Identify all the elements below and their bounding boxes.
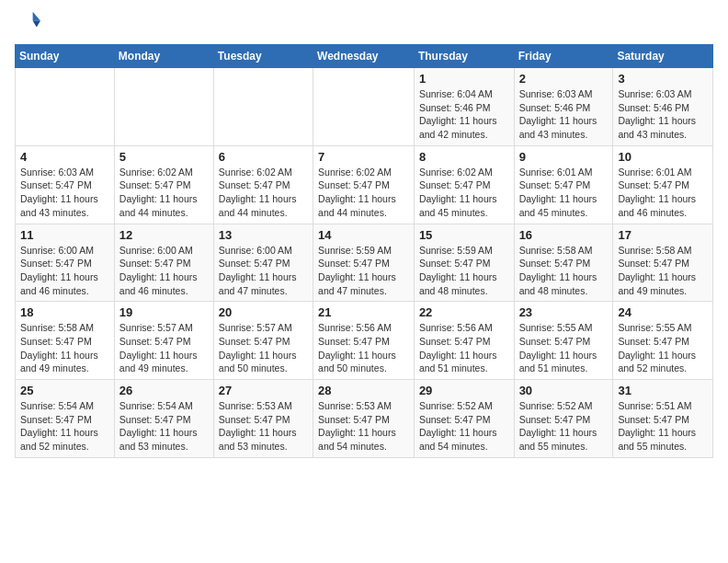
weekday-saturday: Saturday [613,45,713,68]
day-number: 9 [519,150,609,164]
day-info: Sunrise: 5:51 AMSunset: 5:47 PMDaylight:… [618,399,708,454]
calendar-cell: 6Sunrise: 6:02 AMSunset: 5:47 PMDaylight… [213,145,313,224]
calendar-cell: 25Sunrise: 5:54 AMSunset: 5:47 PMDayligh… [16,380,115,458]
day-number: 31 [618,384,708,397]
day-number: 19 [119,305,209,319]
day-number: 29 [419,384,509,397]
calendar-cell [114,68,213,146]
day-info: Sunrise: 6:00 AMSunset: 5:47 PMDaylight:… [219,244,308,298]
day-info: Sunrise: 6:02 AMSunset: 5:47 PMDaylight:… [419,166,509,220]
calendar-cell: 26Sunrise: 5:54 AMSunset: 5:47 PMDayligh… [114,380,213,458]
day-number: 20 [219,305,308,319]
header [15,9,713,35]
calendar-cell: 29Sunrise: 5:52 AMSunset: 5:47 PMDayligh… [414,380,514,458]
calendar-cell: 1Sunrise: 6:04 AMSunset: 5:46 PMDaylight… [414,68,514,146]
day-info: Sunrise: 5:53 AMSunset: 5:47 PMDaylight:… [219,399,308,454]
day-number: 2 [519,72,609,86]
calendar-cell: 28Sunrise: 5:53 AMSunset: 5:47 PMDayligh… [313,380,415,458]
week-row: 1Sunrise: 6:04 AMSunset: 5:46 PMDaylight… [16,68,713,146]
day-info: Sunrise: 5:58 AMSunset: 5:47 PMDaylight:… [618,244,708,298]
logo-icon [15,9,40,35]
week-row: 11Sunrise: 6:00 AMSunset: 5:47 PMDayligh… [16,224,713,302]
day-info: Sunrise: 6:03 AMSunset: 5:47 PMDaylight:… [20,166,109,220]
weekday-header-row: SundayMondayTuesdayWednesdayThursdayFrid… [16,45,713,68]
calendar-body: 1Sunrise: 6:04 AMSunset: 5:46 PMDaylight… [16,68,713,458]
day-number: 21 [318,305,409,319]
day-info: Sunrise: 5:58 AMSunset: 5:47 PMDaylight:… [20,321,109,375]
weekday-monday: Monday [114,45,213,68]
day-info: Sunrise: 6:03 AMSunset: 5:46 PMDaylight:… [519,87,609,142]
day-info: Sunrise: 6:01 AMSunset: 5:47 PMDaylight:… [618,166,708,220]
day-info: Sunrise: 5:56 AMSunset: 5:47 PMDaylight:… [318,321,409,375]
day-info: Sunrise: 5:56 AMSunset: 5:47 PMDaylight:… [419,321,509,375]
calendar-cell: 30Sunrise: 5:52 AMSunset: 5:47 PMDayligh… [514,380,613,458]
day-info: Sunrise: 5:53 AMSunset: 5:47 PMDaylight:… [318,399,409,454]
calendar-cell [213,68,313,146]
day-info: Sunrise: 5:52 AMSunset: 5:47 PMDaylight:… [519,399,609,454]
week-row: 4Sunrise: 6:03 AMSunset: 5:47 PMDaylight… [16,145,713,224]
day-number: 6 [219,150,308,164]
calendar-cell: 20Sunrise: 5:57 AMSunset: 5:47 PMDayligh… [213,302,313,380]
calendar-cell: 8Sunrise: 6:02 AMSunset: 5:47 PMDaylight… [414,145,514,224]
day-number: 18 [20,305,109,319]
weekday-sunday: Sunday [16,45,115,68]
day-number: 3 [618,72,708,86]
day-info: Sunrise: 5:57 AMSunset: 5:47 PMDaylight:… [219,321,308,375]
page: SundayMondayTuesdayWednesdayThursdayFrid… [0,0,728,563]
day-number: 27 [219,384,308,397]
day-info: Sunrise: 6:03 AMSunset: 5:46 PMDaylight:… [618,87,708,142]
calendar-cell [16,68,115,146]
day-number: 13 [219,228,308,242]
day-number: 5 [119,150,209,164]
day-number: 1 [419,72,509,86]
calendar-cell: 23Sunrise: 5:55 AMSunset: 5:47 PMDayligh… [514,302,613,380]
day-info: Sunrise: 6:00 AMSunset: 5:47 PMDaylight:… [20,244,109,298]
day-number: 22 [419,305,509,319]
weekday-wednesday: Wednesday [313,45,415,68]
calendar-cell: 31Sunrise: 5:51 AMSunset: 5:47 PMDayligh… [613,380,713,458]
day-number: 10 [618,150,708,164]
weekday-friday: Friday [514,45,613,68]
calendar-cell: 13Sunrise: 6:00 AMSunset: 5:47 PMDayligh… [213,224,313,302]
calendar-cell: 22Sunrise: 5:56 AMSunset: 5:47 PMDayligh… [414,302,514,380]
calendar-header: SundayMondayTuesdayWednesdayThursdayFrid… [16,45,713,68]
calendar-cell: 15Sunrise: 5:59 AMSunset: 5:47 PMDayligh… [414,224,514,302]
calendar-cell: 3Sunrise: 6:03 AMSunset: 5:46 PMDaylight… [613,68,713,146]
calendar-cell: 16Sunrise: 5:58 AMSunset: 5:47 PMDayligh… [514,224,613,302]
calendar-cell: 18Sunrise: 5:58 AMSunset: 5:47 PMDayligh… [16,302,115,380]
svg-marker-0 [33,12,40,21]
day-info: Sunrise: 6:00 AMSunset: 5:47 PMDaylight:… [119,244,209,298]
calendar-table: SundayMondayTuesdayWednesdayThursdayFrid… [15,44,713,458]
day-info: Sunrise: 5:52 AMSunset: 5:47 PMDaylight:… [419,399,509,454]
day-info: Sunrise: 5:59 AMSunset: 5:47 PMDaylight:… [318,244,409,298]
calendar-cell: 2Sunrise: 6:03 AMSunset: 5:46 PMDaylight… [514,68,613,146]
day-number: 15 [419,228,509,242]
day-info: Sunrise: 5:58 AMSunset: 5:47 PMDaylight:… [519,244,609,298]
day-info: Sunrise: 5:55 AMSunset: 5:47 PMDaylight:… [618,321,708,375]
calendar-cell: 19Sunrise: 5:57 AMSunset: 5:47 PMDayligh… [114,302,213,380]
calendar-cell: 14Sunrise: 5:59 AMSunset: 5:47 PMDayligh… [313,224,415,302]
calendar-cell: 4Sunrise: 6:03 AMSunset: 5:47 PMDaylight… [16,145,115,224]
calendar-cell: 27Sunrise: 5:53 AMSunset: 5:47 PMDayligh… [213,380,313,458]
day-number: 7 [318,150,409,164]
calendar-cell [313,68,415,146]
day-number: 30 [519,384,609,397]
day-number: 14 [318,228,409,242]
day-number: 23 [519,305,609,319]
week-row: 25Sunrise: 5:54 AMSunset: 5:47 PMDayligh… [16,380,713,458]
day-info: Sunrise: 5:57 AMSunset: 5:47 PMDaylight:… [119,321,209,375]
day-number: 26 [119,384,209,397]
calendar-cell: 10Sunrise: 6:01 AMSunset: 5:47 PMDayligh… [613,145,713,224]
day-number: 17 [618,228,708,242]
weekday-tuesday: Tuesday [213,45,313,68]
weekday-thursday: Thursday [414,45,514,68]
svg-marker-1 [33,21,40,28]
day-number: 8 [419,150,509,164]
calendar-cell: 9Sunrise: 6:01 AMSunset: 5:47 PMDaylight… [514,145,613,224]
calendar-cell: 11Sunrise: 6:00 AMSunset: 5:47 PMDayligh… [16,224,115,302]
day-number: 12 [119,228,209,242]
day-info: Sunrise: 5:54 AMSunset: 5:47 PMDaylight:… [20,399,109,454]
calendar-cell: 5Sunrise: 6:02 AMSunset: 5:47 PMDaylight… [114,145,213,224]
day-info: Sunrise: 5:54 AMSunset: 5:47 PMDaylight:… [119,399,209,454]
day-number: 16 [519,228,609,242]
